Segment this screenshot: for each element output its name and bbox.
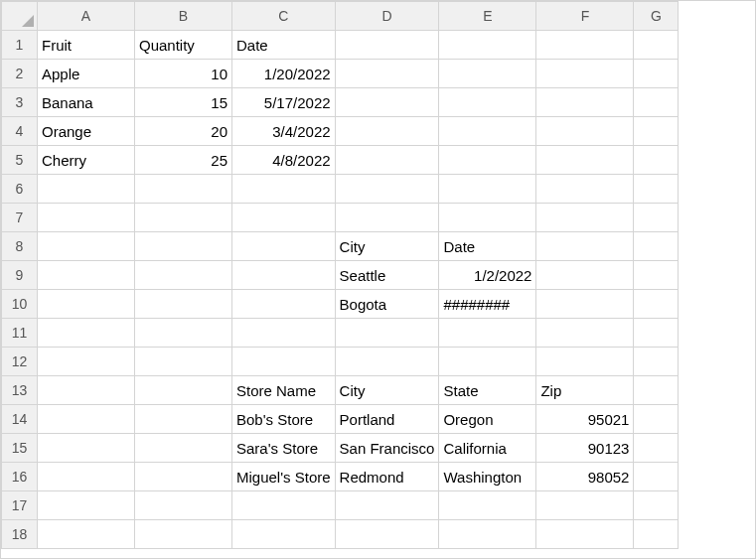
cell-D18[interactable]: [335, 520, 439, 549]
cell-F16[interactable]: 98052: [536, 463, 634, 491]
cell-F3[interactable]: [536, 88, 634, 117]
cell-C13[interactable]: Store Name: [232, 376, 336, 405]
cell-E18[interactable]: [439, 520, 536, 549]
cell-D12[interactable]: [335, 348, 439, 376]
cell-A5[interactable]: Cherry: [38, 146, 135, 175]
cell-A3[interactable]: Banana: [38, 88, 135, 117]
cell-E7[interactable]: [439, 204, 536, 232]
cell-A1[interactable]: Fruit: [38, 31, 135, 60]
cell-E3[interactable]: [439, 88, 536, 117]
cell-G2[interactable]: [634, 60, 679, 88]
cell-E6[interactable]: [439, 175, 536, 204]
cell-G4[interactable]: [634, 117, 679, 146]
cell-A13[interactable]: [38, 376, 135, 405]
cell-E14[interactable]: Oregon: [439, 405, 536, 434]
cell-B8[interactable]: [135, 232, 232, 261]
cell-B6[interactable]: [135, 175, 232, 204]
cell-D5[interactable]: [335, 146, 439, 175]
row-header-8[interactable]: 8: [2, 232, 38, 261]
cell-B16[interactable]: [135, 463, 232, 491]
cell-F15[interactable]: 90123: [536, 434, 634, 463]
row-header-7[interactable]: 7: [2, 204, 38, 232]
cell-G18[interactable]: [634, 520, 679, 549]
cell-E17[interactable]: [439, 491, 536, 520]
cell-C1[interactable]: Date: [232, 31, 336, 60]
cell-G3[interactable]: [634, 88, 679, 117]
cell-F6[interactable]: [536, 175, 634, 204]
row-header-1[interactable]: 1: [2, 31, 38, 60]
cell-G8[interactable]: [634, 232, 679, 261]
row-header-10[interactable]: 10: [2, 290, 38, 319]
cell-D14[interactable]: Portland: [335, 405, 439, 434]
cell-C6[interactable]: [232, 175, 336, 204]
cell-B7[interactable]: [135, 204, 232, 232]
col-header-F[interactable]: F: [536, 2, 634, 31]
row-header-11[interactable]: 11: [2, 319, 38, 348]
row-header-9[interactable]: 9: [2, 261, 38, 290]
cell-G1[interactable]: [634, 31, 679, 60]
cell-C16[interactable]: Miguel's Store: [232, 463, 336, 491]
cell-A2[interactable]: Apple: [38, 60, 135, 88]
cell-F4[interactable]: [536, 117, 634, 146]
col-header-G[interactable]: G: [634, 2, 679, 31]
cell-D10[interactable]: Bogota: [335, 290, 439, 319]
cell-C12[interactable]: [232, 348, 336, 376]
row-header-17[interactable]: 17: [2, 491, 38, 520]
cell-F1[interactable]: [536, 31, 634, 60]
cell-D8[interactable]: City: [335, 232, 439, 261]
col-header-C[interactable]: C: [232, 2, 336, 31]
cell-E4[interactable]: [439, 117, 536, 146]
cell-D3[interactable]: [335, 88, 439, 117]
cell-E10[interactable]: ########: [439, 290, 536, 319]
cell-G12[interactable]: [634, 348, 679, 376]
cell-C5[interactable]: 4/8/2022: [232, 146, 336, 175]
cell-B15[interactable]: [135, 434, 232, 463]
cell-E1[interactable]: [439, 31, 536, 60]
cell-B3[interactable]: 15: [135, 88, 232, 117]
cell-F13[interactable]: Zip: [536, 376, 634, 405]
cell-E11[interactable]: [439, 319, 536, 348]
col-header-D[interactable]: D: [335, 2, 439, 31]
cell-C3[interactable]: 5/17/2022: [232, 88, 336, 117]
cell-A15[interactable]: [38, 434, 135, 463]
cell-C11[interactable]: [232, 319, 336, 348]
row-header-3[interactable]: 3: [2, 88, 38, 117]
cell-C8[interactable]: [232, 232, 336, 261]
cell-G5[interactable]: [634, 146, 679, 175]
cell-G17[interactable]: [634, 491, 679, 520]
cell-E12[interactable]: [439, 348, 536, 376]
row-header-2[interactable]: 2: [2, 60, 38, 88]
cell-D1[interactable]: [335, 31, 439, 60]
cell-B12[interactable]: [135, 348, 232, 376]
cell-A6[interactable]: [38, 175, 135, 204]
cell-A8[interactable]: [38, 232, 135, 261]
cell-D2[interactable]: [335, 60, 439, 88]
cell-C17[interactable]: [232, 491, 336, 520]
cell-B10[interactable]: [135, 290, 232, 319]
cell-A18[interactable]: [38, 520, 135, 549]
cell-C15[interactable]: Sara's Store: [232, 434, 336, 463]
col-header-E[interactable]: E: [439, 2, 536, 31]
row-header-12[interactable]: 12: [2, 348, 38, 376]
cell-D11[interactable]: [335, 319, 439, 348]
cell-B11[interactable]: [135, 319, 232, 348]
cell-B1[interactable]: Quantity: [135, 31, 232, 60]
cell-B5[interactable]: 25: [135, 146, 232, 175]
cell-C18[interactable]: [232, 520, 336, 549]
cell-B2[interactable]: 10: [135, 60, 232, 88]
cell-E16[interactable]: Washington: [439, 463, 536, 491]
cell-G13[interactable]: [634, 376, 679, 405]
row-header-13[interactable]: 13: [2, 376, 38, 405]
cell-E13[interactable]: State: [439, 376, 536, 405]
cell-D15[interactable]: San Francisco: [335, 434, 439, 463]
cell-F10[interactable]: [536, 290, 634, 319]
cell-C7[interactable]: [232, 204, 336, 232]
cell-A17[interactable]: [38, 491, 135, 520]
cell-G15[interactable]: [634, 434, 679, 463]
cell-F14[interactable]: 95021: [536, 405, 634, 434]
row-header-15[interactable]: 15: [2, 434, 38, 463]
cell-B4[interactable]: 20: [135, 117, 232, 146]
cell-F11[interactable]: [536, 319, 634, 348]
row-header-16[interactable]: 16: [2, 463, 38, 491]
cell-D6[interactable]: [335, 175, 439, 204]
